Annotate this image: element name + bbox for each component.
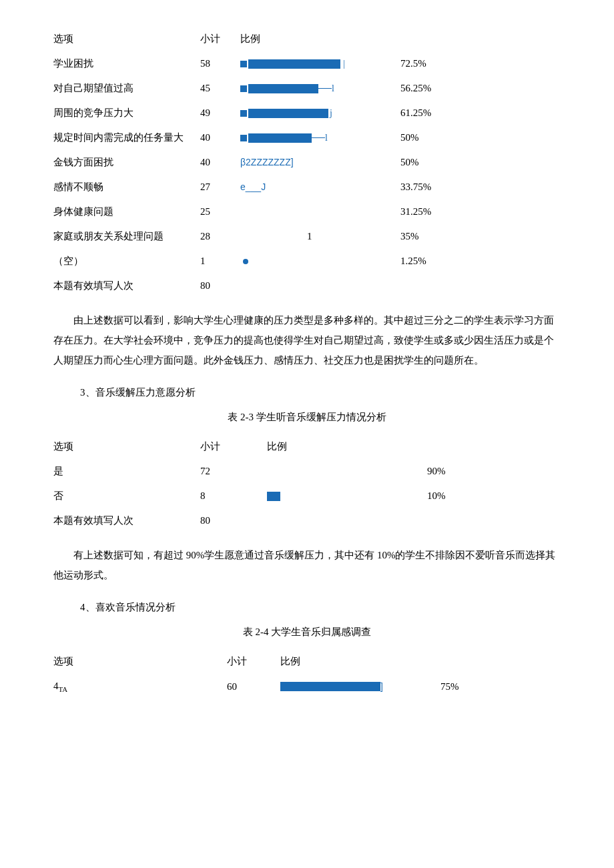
bar-dot (240, 110, 247, 117)
bar-marker: l (325, 129, 328, 146)
total-label: 本题有效填写人次 (53, 512, 200, 530)
table-row: 4TA 60 ] 75% (53, 674, 561, 700)
paragraph2: 有上述数据可知，有超过 90%学生愿意通过音乐缓解压力，其中还有 10%的学生不… (53, 545, 561, 585)
row-pct: 31.25% (400, 203, 454, 221)
row-label: 4TA (53, 677, 227, 697)
table1: 选项 小计 比例 学业困扰 58 | 72.5% 对自己期望值过高 45 l 5… (53, 27, 561, 298)
bar-text: β2ZZZZZZZ] (240, 154, 294, 171)
table-row: 家庭或朋友关系处理问题 28 1 35% (53, 224, 561, 249)
row-pct: 10% (427, 487, 481, 505)
col-header-bar: 比例 (280, 653, 440, 671)
row-count: 25 (200, 203, 240, 221)
row-count: 45 (200, 79, 240, 97)
bar-fill (267, 492, 280, 501)
row-bar: 1 (240, 228, 400, 246)
row-pct: 50% (400, 153, 454, 171)
row-bar: l (240, 129, 400, 146)
col-header-item: 选项 (53, 30, 200, 48)
row-count: 58 (200, 55, 240, 73)
row-bar: ] (280, 679, 440, 695)
row-pct: 35% (400, 228, 454, 246)
row-label: （空） (53, 252, 200, 270)
row-label: 否 (53, 487, 200, 505)
bar-fill (248, 109, 328, 118)
table1-total-row: 本题有效填写人次 80 (53, 274, 561, 298)
bar-dot (240, 85, 247, 92)
table2-title: 表 2-3 学生听音乐缓解压力情况分析 (53, 408, 561, 426)
bar-fill (248, 84, 318, 93)
section3-title: 3、音乐缓解压力意愿分析 (80, 384, 561, 402)
table3-header: 选项 小计 比例 (53, 649, 561, 674)
row-count: 1 (200, 252, 240, 270)
row-pct: 33.75% (400, 178, 454, 196)
row-label: 周围的竞争压力大 (53, 104, 200, 122)
row-pct: 50% (400, 129, 454, 147)
table-row: 规定时间内需完成的任务量大 40 l 50% (53, 125, 561, 150)
table-row: 是 72 90% (53, 459, 561, 484)
table-row: 否 8 10% (53, 484, 561, 508)
row-label: 规定时间内需完成的任务量大 (53, 129, 200, 147)
row-count: 40 (200, 153, 240, 171)
col-header-item: 选项 (53, 438, 200, 456)
table-row: 身体健康问题 25 31.25% (53, 199, 561, 224)
row-count: 27 (200, 178, 240, 196)
bar-text: e___J (240, 179, 266, 195)
table3-title: 表 2-4 大学生音乐归属感调查 (53, 623, 561, 641)
bar-fill (280, 682, 380, 691)
row-count: 60 (227, 678, 280, 696)
section4-title: 4、喜欢音乐情况分析 (80, 598, 561, 616)
row-label: 金钱方面困扰 (53, 153, 200, 171)
bar-underline (312, 137, 325, 138)
table2: 选项 小计 比例 是 72 90% 否 8 10% 本题有效填写人次 80 (53, 434, 561, 533)
bar-dot-small (243, 259, 248, 264)
row-pct: 75% (440, 678, 494, 696)
row-count: 72 (200, 462, 267, 480)
table3: 选项 小计 比例 4TA 60 ] 75% (53, 649, 561, 700)
row-bar (267, 492, 427, 501)
row-label: 感情不顺畅 (53, 178, 200, 196)
total-count: 80 (200, 512, 267, 530)
row-bar: | (240, 55, 400, 72)
bar-bracket: ] (380, 679, 383, 695)
bar-marker: l (332, 80, 334, 97)
table-row: 周围的竞争压力大 49 j 61.25% (53, 101, 561, 125)
col-header-item: 选项 (53, 653, 227, 671)
row-pct: 61.25% (400, 104, 454, 122)
col-header-count: 小计 (200, 30, 240, 48)
row-label: 对自己期望值过高 (53, 79, 200, 97)
table-row: （空） 1 1.25% (53, 249, 561, 274)
bar-dot (240, 61, 247, 67)
row-pct: 90% (427, 462, 481, 480)
row-bar: β2ZZZZZZZ] (240, 154, 400, 171)
bar-marker: | (340, 55, 345, 72)
bar-marker: j (328, 105, 332, 121)
row-pct: 1.25% (400, 252, 454, 270)
table2-header: 选项 小计 比例 (53, 434, 561, 459)
bar-fill (248, 133, 312, 143)
row-pct: 72.5% (400, 55, 454, 73)
row-bar (240, 259, 400, 264)
total-label: 本题有效填写人次 (53, 277, 200, 295)
row-bar: e___J (240, 179, 400, 195)
row-count: 40 (200, 129, 240, 147)
row-label: 家庭或朋友关系处理问题 (53, 228, 200, 246)
paragraph1: 由上述数据可以看到，影响大学生心理健康的压力类型是多种多样的。其中超过三分之二的… (53, 310, 561, 370)
row-count: 8 (200, 487, 267, 505)
table-row: 学业困扰 58 | 72.5% (53, 51, 561, 76)
row-bar: l (240, 80, 400, 97)
col-header-bar: 比例 (267, 438, 427, 456)
row-label: 是 (53, 462, 200, 480)
table1-header: 选项 小计 比例 (53, 27, 561, 51)
table-row: 金钱方面困扰 40 β2ZZZZZZZ] 50% (53, 150, 561, 175)
bar-underline (318, 88, 332, 89)
row-label: 学业困扰 (53, 55, 200, 73)
row-count: 49 (200, 104, 240, 122)
col-header-count: 小计 (227, 653, 280, 671)
row-count: 28 (200, 228, 240, 246)
subscript-ta: TA (59, 685, 68, 693)
col-header-count: 小计 (200, 438, 267, 456)
col-header-bar: 比例 (240, 30, 400, 48)
row-bar: j (240, 105, 400, 121)
row-pct: 56.25% (400, 79, 454, 97)
bar-marker: 1 (240, 228, 312, 246)
